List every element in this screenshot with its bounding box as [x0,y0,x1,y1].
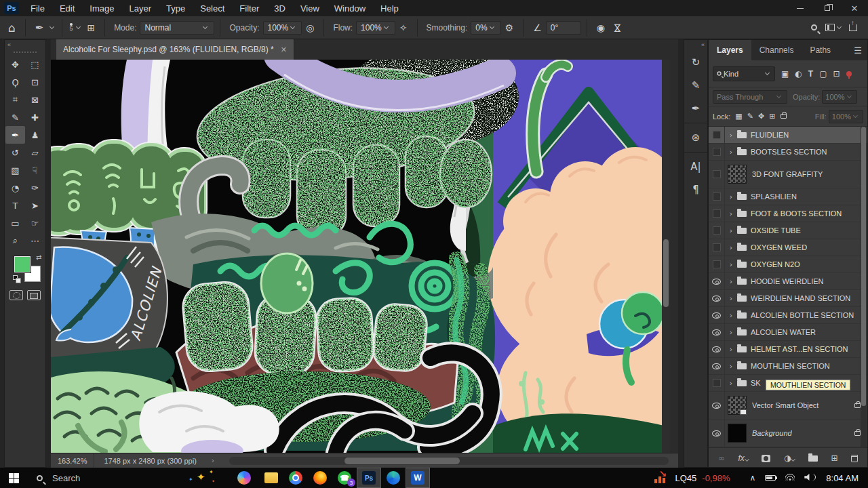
expand-group-icon[interactable]: › [726,209,736,218]
filter-type-layers-icon[interactable]: T [808,69,813,79]
lock-artboard-icon[interactable]: ⊞ [769,112,775,121]
libraries-panel[interactable]: ⊛ [684,126,707,149]
layer-visibility-toggle[interactable] [709,256,725,272]
paragraph-panel[interactable]: ¶ [684,178,707,201]
battery-icon[interactable] [765,473,776,483]
pressure-opacity-icon[interactable]: ◎ [306,22,314,33]
quick-mask-icon[interactable] [9,290,23,300]
layer-visibility-toggle[interactable] [709,161,725,188]
path-selection-tool[interactable]: ➤ [25,197,45,214]
lock-transparency-icon[interactable]: ▦ [735,112,742,121]
edge-icon[interactable] [381,468,406,488]
layer-row-oxygen-n2o[interactable]: ›OXYGEN N2O [709,256,867,273]
canvas-vertical-scroll-thumb[interactable] [663,239,669,307]
menu-edit[interactable]: Edit [52,0,82,16]
screen-mode-icon[interactable] [27,290,41,300]
expand-group-icon[interactable]: › [726,131,736,140]
minimize-button[interactable] [787,0,814,16]
default-colors-icon[interactable] [13,275,18,280]
volume-icon[interactable] [804,473,816,483]
stock-symbol[interactable]: LQ45 [675,473,696,483]
brush-angle-input[interactable]: 0° [546,21,581,35]
layer-visibility-toggle[interactable] [709,392,725,419]
tab-layers[interactable]: Layers [709,40,751,60]
status-chevron-icon[interactable]: › [212,456,214,465]
layer-row-hoodie-weirdlien[interactable]: ›HOODIE WEIRDLIEN [709,273,867,290]
menu-layer[interactable]: Layer [122,0,159,16]
history-brush-tool[interactable]: ↺ [5,144,25,161]
filter-shape-layers-icon[interactable]: ▢ [819,69,827,79]
layer-row-background[interactable]: Background [709,420,867,447]
layer-row-splashlien[interactable]: ›SPLASHLIEN [709,188,867,205]
clone-stamp-tool[interactable]: ♟ [25,126,45,144]
word-icon[interactable]: W [406,468,430,488]
new-group-icon[interactable] [808,455,818,462]
tab-channels[interactable]: Channels [751,40,802,60]
stock-widget-icon[interactable]: ↘ [654,472,669,483]
layer-row-bootsleg-section[interactable]: ›BOOTSLEG SECTION [709,144,867,161]
layer-visibility-toggle[interactable] [709,222,725,239]
layer-row-fluidlien[interactable]: ›FLUIDLIEN [709,127,867,144]
start-button[interactable] [0,468,27,488]
layer-visibility-toggle[interactable] [709,205,725,222]
delete-layer-icon[interactable] [851,455,858,462]
eraser-tool[interactable]: ▱ [25,144,45,161]
expand-group-icon[interactable]: › [726,243,736,252]
menu-image[interactable]: Image [82,0,121,16]
tool-panel-grip[interactable] [14,52,37,53]
dodge-tool[interactable]: ◔ [5,179,25,197]
document-tab[interactable]: Alcoholic For Sleephy.psd @ 163% (FLUIDL… [56,39,294,60]
layer-row-alcolien-water[interactable]: ›ALCOLIEN WATER [709,324,867,341]
flow-dropdown[interactable]: 100% [356,21,395,35]
smudge-tool[interactable]: ☟ [25,161,45,179]
frame-tool[interactable]: ⊠ [25,91,45,108]
lock-paint-icon[interactable]: ✎ [747,112,753,121]
close-button[interactable]: ✕ [841,0,868,16]
character-panel[interactable]: A| [684,155,707,178]
expand-group-icon[interactable]: › [726,260,736,269]
expand-group-icon[interactable]: › [726,345,736,354]
expand-group-icon[interactable]: › [726,148,736,157]
blend-mode-dropdown[interactable]: Pass Through [713,90,787,104]
foreground-color-swatch[interactable] [14,256,31,272]
expand-group-icon[interactable]: › [726,328,736,337]
layer-visibility-toggle[interactable] [709,188,725,205]
tray-chevron-icon[interactable]: ∧ [750,473,756,483]
expand-group-icon[interactable]: › [726,311,736,320]
menu-file[interactable]: File [23,0,52,16]
link-layers-icon[interactable]: ∞ [718,453,725,463]
crop-tool[interactable]: ⌗ [5,91,25,108]
firefox-icon[interactable] [308,468,332,488]
layer-visibility-toggle[interactable] [709,420,725,447]
filter-toggle-icon[interactable] [846,71,852,77]
menu-select[interactable]: Select [193,0,232,16]
airbrush-icon[interactable]: ✧ [399,22,408,33]
layer-row-oxside-tube[interactable]: ›OXSIDE TUBE [709,222,867,239]
menu-help[interactable]: Help [373,0,406,16]
eyedropper-tool[interactable]: ✎ [5,108,25,126]
canvas-horizontal-scrollbar[interactable] [229,457,669,465]
filter-smart-objects-icon[interactable]: ⊡ [833,69,840,79]
type-tool[interactable]: T [5,197,25,214]
layer-row-helmet-ast-en-section[interactable]: ›HELMET AST...EN SECTION [709,341,867,358]
filter-adjustment-layers-icon[interactable]: ◐ [795,69,802,79]
smoothing-dropdown[interactable]: 0% [471,21,500,35]
object-selection-tool[interactable]: ⊡ [25,73,45,91]
layer-opacity-input[interactable]: 100% [822,90,856,104]
menu-filter[interactable]: Filter [232,0,267,16]
expand-group-icon[interactable]: › [726,362,736,371]
workspace-icon[interactable] [825,24,835,31]
brush-settings-panel[interactable]: ✎ [684,74,707,97]
rectangle-tool[interactable]: ▭ [5,214,25,232]
lock-all-icon[interactable] [781,114,787,119]
taskbar-search[interactable]: Search [27,468,156,488]
photoshop-icon[interactable]: Ps [357,468,381,488]
paint-symmetry-icon[interactable]: ⋈ [612,23,623,33]
layer-visibility-toggle[interactable] [709,307,725,323]
share-icon[interactable] [849,24,857,31]
brush-preset-picker[interactable]: 5 [69,23,73,32]
chrome-icon[interactable] [283,468,308,488]
layer-visibility-toggle[interactable] [709,273,725,289]
expand-group-icon[interactable]: › [726,226,736,235]
layer-visibility-toggle[interactable] [709,375,725,391]
